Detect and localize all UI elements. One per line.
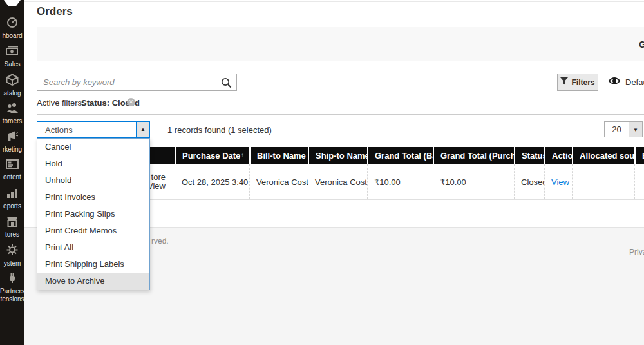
actions-select[interactable]: Actions ▲ [37, 121, 150, 138]
sidebar-item-partners-extensions[interactable]: Partners tensions [0, 270, 24, 306]
cell-allocated-sources [572, 164, 634, 199]
active-filters-label: Active filters: [37, 98, 84, 108]
sidebar-item-label: hboard [2, 32, 22, 40]
remove-filter-icon[interactable]: ✕ [127, 98, 135, 106]
sort-ascending-icon: ↑ [241, 152, 244, 159]
cell-ship-to: Veronica Costello [308, 164, 367, 199]
cell-grand-total-purchased: ₹10.00 [433, 164, 514, 199]
sales-icon [5, 45, 19, 59]
column-header-allocated-sources[interactable]: Allocated sources [572, 147, 634, 164]
column-header-label: Purchase Date [182, 151, 240, 161]
customers-icon [5, 102, 19, 116]
actions-dropdown-menu: Cancel Hold Unhold Print Invoices Print … [37, 138, 150, 290]
header-divider [24, 1, 644, 2]
cell-action: View [544, 164, 572, 199]
go-to-archive-button[interactable]: Go t [639, 39, 644, 50]
filters-button[interactable]: Filters [557, 74, 598, 91]
column-header-action[interactable]: Action [544, 147, 572, 164]
menu-item-print-credit-memos[interactable]: Print Credit Memos [37, 222, 149, 239]
search-input[interactable] [37, 74, 236, 90]
catalog-icon [6, 74, 19, 88]
marketing-icon [6, 130, 19, 144]
sidebar-item-system[interactable]: ystem [0, 241, 24, 270]
admin-sidebar: hboard Sales atalog tomers rketing [0, 0, 24, 345]
content-icon [5, 159, 19, 172]
page-title: Orders [37, 5, 73, 18]
view-order-link[interactable]: View [551, 177, 569, 187]
sidebar-item-label: Sales [4, 61, 20, 68]
view-control[interactable]: Defaul [608, 76, 644, 88]
purchase-point-line: View [147, 182, 166, 191]
per-page-select[interactable]: 20 ▼ [604, 121, 643, 137]
stores-icon [6, 215, 19, 230]
sidebar-item-label: ontent [3, 173, 21, 181]
reports-icon [6, 187, 19, 201]
sidebar-item-label: Partners [0, 288, 24, 295]
sidebar-item-catalog[interactable]: atalog [0, 71, 24, 99]
column-header-purchase-date[interactable]: Purchase Date ↑ [175, 147, 249, 164]
keyword-search [37, 74, 237, 91]
sidebar-item-label: eports [3, 202, 21, 210]
sidebar-item-reports[interactable]: eports [0, 184, 24, 213]
sidebar-item-label: tores [5, 231, 19, 239]
menu-item-move-to-archive[interactable]: Move to Archive [37, 273, 149, 290]
sidebar-item-label: rketing [3, 146, 22, 153]
menu-item-unhold[interactable]: Unhold [37, 172, 149, 189]
per-page-value: 20 [604, 121, 629, 137]
purchase-point-line: tore [147, 173, 166, 182]
view-control-label: Defaul [625, 77, 644, 87]
sidebar-item-label: tensions [0, 295, 24, 303]
privacy-link[interactable]: Priva [629, 248, 644, 257]
dashboard-icon [6, 17, 19, 31]
cell-clipped [634, 164, 644, 199]
menu-item-cancel[interactable]: Cancel [37, 139, 149, 155]
section-divider [37, 114, 644, 115]
sidebar-item-content[interactable]: ontent [0, 156, 24, 184]
sidebar-item-sales[interactable]: Sales [0, 43, 24, 71]
actions-select-label: Actions [45, 125, 73, 135]
partners-extensions-icon [6, 272, 19, 286]
filters-button-label: Filters [571, 78, 594, 87]
cell-bill-to: Veronica Costello [249, 164, 308, 199]
records-count: 1 records found (1 selected) [167, 125, 272, 135]
menu-item-print-all[interactable]: Print All [37, 239, 149, 256]
cell-grand-total-base: ₹10.00 [367, 164, 433, 199]
column-header-grand-total-base[interactable]: Grand Total (Base) [367, 147, 433, 164]
menu-item-hold[interactable]: Hold [37, 155, 149, 172]
cell-purchase-date: Oct 28, 2025 3:40:30 AM [175, 164, 249, 199]
sidebar-item-stores[interactable]: tores [0, 213, 24, 241]
column-header-grand-total-purchased[interactable]: Grand Total (Purchased) [433, 147, 514, 164]
sidebar-item-dashboard[interactable]: hboard [0, 14, 24, 43]
chevron-down-icon: ▼ [629, 121, 643, 137]
menu-item-print-shipping-labels[interactable]: Print Shipping Labels [37, 256, 149, 273]
eye-icon [608, 76, 621, 88]
chevron-up-icon: ▲ [136, 122, 149, 137]
menu-item-print-invoices[interactable]: Print Invoices [37, 189, 149, 206]
magento-logo-icon[interactable] [4, 0, 21, 6]
main-content: Orders Go t Filters Defaul Active filter… [24, 0, 644, 345]
column-header-clipped[interactable]: B [634, 147, 644, 164]
sidebar-item-label: tomers [3, 117, 23, 125]
sidebar-item-label: ystem [4, 260, 21, 268]
column-header-ship-to[interactable]: Ship-to Name [308, 147, 367, 164]
cell-status: Closed [514, 164, 544, 199]
page-actions-bar: Go t [37, 27, 644, 61]
column-header-bill-to[interactable]: Bill-to Name [249, 147, 308, 164]
sidebar-item-customers[interactable]: tomers [0, 99, 24, 128]
menu-item-print-packing-slips[interactable]: Print Packing Slips [37, 206, 149, 222]
copyright-text: rved. [151, 237, 169, 246]
system-icon [6, 244, 19, 259]
sidebar-item-label: atalog [3, 90, 21, 97]
column-header-status[interactable]: Status [514, 147, 544, 164]
search-icon[interactable] [221, 77, 232, 91]
sidebar-item-marketing[interactable]: rketing [0, 128, 24, 156]
funnel-icon [560, 77, 568, 87]
